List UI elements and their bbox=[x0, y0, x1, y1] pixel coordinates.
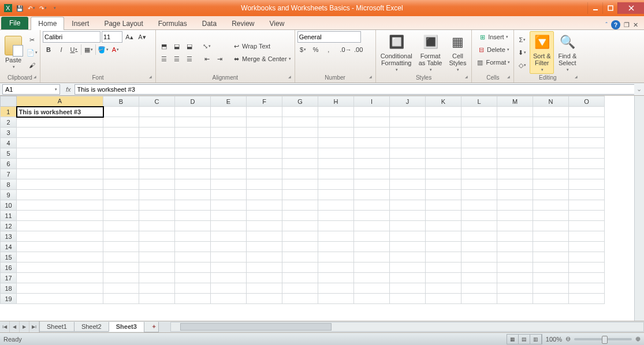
cell-C14[interactable] bbox=[139, 242, 175, 252]
cell-H6[interactable] bbox=[318, 159, 354, 169]
cell-E16[interactable] bbox=[211, 262, 247, 273]
cell-M2[interactable] bbox=[497, 117, 533, 127]
cell-C6[interactable] bbox=[139, 159, 175, 169]
cell-N8[interactable] bbox=[533, 179, 569, 190]
cell-D18[interactable] bbox=[175, 283, 211, 294]
cell-M10[interactable] bbox=[497, 200, 533, 211]
cell-A17[interactable] bbox=[17, 273, 103, 283]
cell-A2[interactable] bbox=[17, 117, 103, 127]
sheet-tab-sheet2[interactable]: Sheet2 bbox=[74, 322, 109, 332]
cell-H15[interactable] bbox=[318, 252, 354, 262]
align-middle-icon[interactable]: ⬓ bbox=[171, 40, 183, 52]
clear-icon[interactable]: ◇▾ bbox=[516, 59, 528, 71]
cell-N3[interactable] bbox=[533, 127, 569, 138]
cell-O19[interactable] bbox=[569, 294, 605, 304]
number-format-combo[interactable] bbox=[297, 31, 361, 43]
cell-C13[interactable] bbox=[139, 231, 175, 242]
font-name-combo[interactable] bbox=[43, 31, 100, 43]
cell-D16[interactable] bbox=[175, 262, 211, 273]
cell-I7[interactable] bbox=[354, 169, 390, 179]
cell-A15[interactable] bbox=[17, 252, 103, 262]
accounting-format-icon[interactable]: $▾ bbox=[297, 44, 309, 55]
row-header-1[interactable]: 1 bbox=[1, 107, 17, 117]
cell-O15[interactable] bbox=[569, 252, 605, 262]
percent-format-icon[interactable]: % bbox=[310, 44, 322, 55]
workbook-close-icon[interactable]: ✕ bbox=[633, 21, 638, 29]
cell-F17[interactable] bbox=[247, 273, 282, 283]
cell-C17[interactable] bbox=[139, 273, 175, 283]
cell-C4[interactable] bbox=[139, 138, 175, 148]
cell-I9[interactable] bbox=[354, 190, 390, 200]
cell-H1[interactable] bbox=[318, 107, 354, 117]
cell-E10[interactable] bbox=[211, 200, 247, 211]
cell-M7[interactable] bbox=[497, 169, 533, 179]
row-header-16[interactable]: 16 bbox=[1, 262, 17, 273]
cell-N13[interactable] bbox=[533, 231, 569, 242]
cell-G1[interactable] bbox=[282, 107, 318, 117]
cell-L2[interactable] bbox=[461, 117, 497, 127]
cell-F1[interactable] bbox=[247, 107, 282, 117]
cell-L16[interactable] bbox=[461, 262, 497, 273]
cell-K18[interactable] bbox=[426, 283, 461, 294]
cell-N10[interactable] bbox=[533, 200, 569, 211]
cell-L19[interactable] bbox=[461, 294, 497, 304]
cell-M5[interactable] bbox=[497, 148, 533, 159]
cell-N2[interactable] bbox=[533, 117, 569, 127]
column-header-D[interactable]: D bbox=[175, 96, 211, 107]
sheet-nav-last-icon[interactable]: ▶I bbox=[29, 321, 39, 332]
cell-D10[interactable] bbox=[175, 200, 211, 211]
cell-E15[interactable] bbox=[211, 252, 247, 262]
row-header-13[interactable]: 13 bbox=[1, 231, 17, 242]
fill-icon[interactable]: ⬇▾ bbox=[516, 47, 528, 58]
cell-L12[interactable] bbox=[461, 221, 497, 231]
row-header-6[interactable]: 6 bbox=[1, 159, 17, 169]
cell-J19[interactable] bbox=[390, 294, 426, 304]
cell-O17[interactable] bbox=[569, 273, 605, 283]
cell-L9[interactable] bbox=[461, 190, 497, 200]
zoom-slider[interactable] bbox=[574, 338, 632, 340]
column-header-K[interactable]: K bbox=[426, 96, 461, 107]
page-layout-view-icon[interactable]: ▤ bbox=[519, 335, 530, 344]
column-header-G[interactable]: G bbox=[282, 96, 318, 107]
cell-J10[interactable] bbox=[390, 200, 426, 211]
cell-I12[interactable] bbox=[354, 221, 390, 231]
cell-B18[interactable] bbox=[103, 283, 139, 294]
cell-I2[interactable] bbox=[354, 117, 390, 127]
cell-C1[interactable] bbox=[139, 107, 175, 117]
cell-K3[interactable] bbox=[426, 127, 461, 138]
cell-F2[interactable] bbox=[247, 117, 282, 127]
cell-D9[interactable] bbox=[175, 190, 211, 200]
column-header-L[interactable]: L bbox=[461, 96, 497, 107]
cell-G17[interactable] bbox=[282, 273, 318, 283]
tab-review[interactable]: Review bbox=[224, 17, 262, 30]
decrease-font-icon[interactable]: A▾ bbox=[136, 31, 148, 43]
cell-C2[interactable] bbox=[139, 117, 175, 127]
save-icon[interactable]: 💾 bbox=[15, 3, 24, 13]
cut-icon[interactable]: ✂ bbox=[26, 34, 38, 46]
cell-M11[interactable] bbox=[497, 211, 533, 221]
cell-styles-button[interactable]: ▦Cell Styles▾ bbox=[446, 32, 469, 73]
cell-L17[interactable] bbox=[461, 273, 497, 283]
cell-D3[interactable] bbox=[175, 127, 211, 138]
cell-D4[interactable] bbox=[175, 138, 211, 148]
cell-J9[interactable] bbox=[390, 190, 426, 200]
cell-N6[interactable] bbox=[533, 159, 569, 169]
vertical-scrollbar[interactable] bbox=[634, 96, 644, 321]
cell-N5[interactable] bbox=[533, 148, 569, 159]
cell-E4[interactable] bbox=[211, 138, 247, 148]
cell-D11[interactable] bbox=[175, 211, 211, 221]
cell-O12[interactable] bbox=[569, 221, 605, 231]
cell-H16[interactable] bbox=[318, 262, 354, 273]
cell-M17[interactable] bbox=[497, 273, 533, 283]
cell-G14[interactable] bbox=[282, 242, 318, 252]
row-header-11[interactable]: 11 bbox=[1, 211, 17, 221]
cell-H11[interactable] bbox=[318, 211, 354, 221]
zoom-in-button[interactable]: ⊕ bbox=[635, 335, 641, 343]
row-header-10[interactable]: 10 bbox=[1, 200, 17, 211]
cell-N17[interactable] bbox=[533, 273, 569, 283]
cell-M3[interactable] bbox=[497, 127, 533, 138]
cell-J15[interactable] bbox=[390, 252, 426, 262]
zoom-level[interactable]: 100% bbox=[546, 336, 562, 343]
cell-D19[interactable] bbox=[175, 294, 211, 304]
cell-J6[interactable] bbox=[390, 159, 426, 169]
